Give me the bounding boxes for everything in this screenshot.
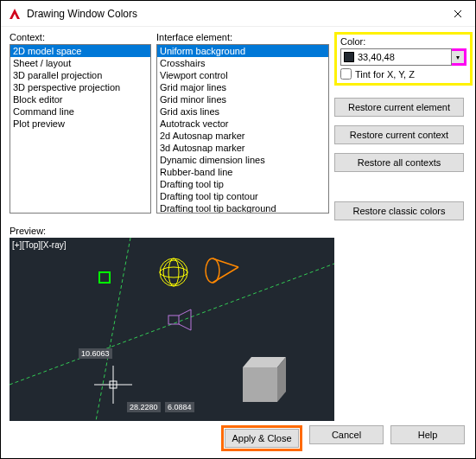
apply-close-button[interactable]: Apply & Close (225, 429, 299, 448)
bottom-buttons: Apply & Close Cancel Help (221, 425, 465, 451)
svg-rect-8 (168, 316, 179, 324)
interface-item[interactable]: Grid major lines (157, 81, 328, 93)
color-dropdown-button[interactable]: ▾ (452, 48, 466, 66)
context-item[interactable]: Command line (10, 105, 150, 118)
context-column: Context: 2D model space Sheet / layout 3… (10, 32, 151, 220)
cancel-button[interactable]: Cancel (309, 425, 384, 444)
color-select-row: 33,40,48 ▾ (340, 48, 466, 66)
window-title: Drawing Window Colors (27, 8, 441, 20)
tint-row[interactable]: Tint for X, Y, Z (340, 68, 466, 80)
restore-classic-button[interactable]: Restore classic colors (334, 201, 464, 220)
interface-item[interactable]: Drafting tool tip (157, 178, 328, 190)
interface-item[interactable]: Crosshairs (157, 57, 328, 69)
interface-label: Interface element: (156, 32, 329, 42)
color-value: 33,40,48 (358, 52, 395, 62)
svg-point-3 (160, 258, 187, 286)
preview-canvas: [+][Top][X-ray] (10, 238, 334, 421)
interface-item[interactable]: Rubber-band line (157, 166, 328, 178)
context-item[interactable]: 3D parallel projection (10, 69, 150, 81)
color-column: Color: 33,40,48 ▾ Tint for X, Y, Z (334, 32, 473, 220)
interface-column: Interface element: Uniform background Cr… (156, 32, 329, 220)
interface-item[interactable]: Viewport control (157, 69, 328, 81)
close-button[interactable] (441, 1, 475, 27)
close-icon (454, 10, 462, 18)
interface-item[interactable]: Uniform background (157, 45, 328, 57)
context-label: Context: (10, 32, 151, 42)
interface-item[interactable]: Drafting tool tip contour (157, 190, 328, 202)
interface-item[interactable]: 3d Autosnap marker (157, 142, 328, 154)
color-dropdown[interactable]: 33,40,48 (340, 48, 452, 66)
apply-highlight: Apply & Close (221, 425, 302, 451)
context-item[interactable]: Plot preview (10, 118, 150, 130)
tint-checkbox[interactable] (340, 68, 352, 80)
context-item[interactable]: Sheet / layout (10, 57, 150, 69)
interface-item[interactable]: 2d Autosnap marker (157, 130, 328, 142)
interface-item[interactable]: Dynamic dimension lines (157, 154, 328, 166)
preview-label: Preview: (10, 226, 466, 236)
context-item[interactable]: Block editor (10, 93, 150, 105)
help-button[interactable]: Help (390, 425, 465, 444)
svg-rect-2 (99, 272, 110, 283)
interface-listbox[interactable]: Uniform background Crosshairs Viewport c… (156, 44, 329, 214)
svg-point-6 (163, 260, 184, 284)
interface-item[interactable]: Grid axis lines (157, 105, 328, 118)
dialog-content: Context: 2D model space Sheet / layout 3… (1, 27, 475, 421)
restore-context-button[interactable]: Restore current context (334, 125, 464, 144)
svg-marker-12 (243, 367, 277, 402)
color-swatch-icon (344, 52, 354, 62)
chevron-down-icon: ▾ (456, 54, 460, 61)
interface-item[interactable]: Grid minor lines (157, 93, 328, 105)
titlebar: Drawing Window Colors (1, 1, 475, 27)
context-item[interactable]: 3D perspective projection (10, 81, 150, 93)
tint-label: Tint for X, Y, Z (355, 69, 415, 80)
svg-point-5 (168, 258, 179, 286)
preview-coord-tag: 28.2280 (127, 402, 161, 412)
preview-3d-scene (10, 238, 334, 421)
interface-item[interactable]: Autotrack vector (157, 118, 328, 130)
preview-coord-tag: 10.6063 (79, 348, 112, 359)
context-item[interactable]: 2D model space (10, 45, 150, 57)
interface-item[interactable]: Drafting tool tip background (157, 202, 328, 214)
color-label: Color: (340, 36, 466, 47)
restore-all-button[interactable]: Restore all contexts (334, 153, 464, 172)
context-listbox[interactable]: 2D model space Sheet / layout 3D paralle… (10, 44, 151, 214)
preview-coord-tag: 6.0884 (165, 402, 194, 412)
color-section-highlight: Color: 33,40,48 ▾ Tint for X, Y, Z (334, 32, 473, 86)
restore-element-button[interactable]: Restore current element (334, 98, 464, 117)
app-logo-icon (8, 7, 22, 21)
restore-buttons: Restore current element Restore current … (334, 98, 464, 220)
dialog-window: Drawing Window Colors Context: 2D model … (0, 0, 476, 459)
